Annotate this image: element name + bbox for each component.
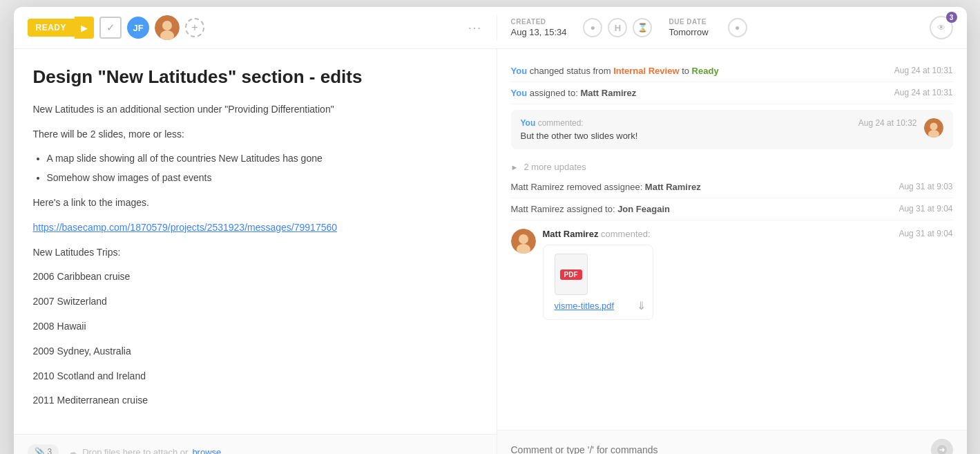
timestamp-2: Aug 24 at 10:31 [894,88,953,97]
send-icon [937,445,947,454]
more-options-button[interactable]: ⋯ [468,19,483,36]
matt-timestamp: Aug 31 at 9:04 [899,229,952,239]
svg-point-1 [162,21,172,30]
trips-label: New Latitudes Trips: [33,245,477,261]
comment-text-1: commented: [538,118,584,128]
due-date-label: DUE DATE [669,18,708,26]
add-assignee-button[interactable]: + [185,18,204,37]
action-icons: ● H ⌛ [583,18,652,37]
timestamp-4: Aug 31 at 9:04 [899,204,952,214]
pdf-badge: PDF [560,269,582,280]
created-value: Aug 13, 15:34 [511,27,567,37]
more-updates-toggle[interactable]: ► 2 more updates [511,158,953,176]
right-footer [497,430,967,454]
task-description: New Latitudes is an additional section u… [33,102,477,409]
avatar-jf: JF [127,17,149,39]
comment-avatar-1 [924,118,943,138]
left-footer: 📎 3 ☁ Drop files here to attach or brows… [14,434,497,454]
matt-commented: commented: [601,229,651,239]
cloud-upload-icon: ☁ [67,446,78,454]
activity-assign-jon: Matt Ramirez assigned to: Jon Feagain Au… [511,198,953,220]
hourglass-icon[interactable]: ⌛ [633,18,652,37]
comment-header-1: You commented: Aug 24 at 10:32 [521,118,917,128]
bullet-1: A map slide showing all of the countries… [47,151,477,167]
svg-point-7 [519,234,528,244]
activity-text-2: You assigned to: Matt Ramirez [511,88,889,98]
desc-para-3: Here's a link to the images. [33,195,477,211]
created-label: CREATED [511,18,567,26]
drop-area[interactable]: ☁ Drop files here to attach or browse [67,446,482,454]
created-meta: CREATED Aug 13, 15:34 [511,18,567,37]
comment-block-1: You commented: Aug 24 at 10:32 But the o… [511,110,953,149]
status-label: READY [28,19,75,37]
pdf-attachment[interactable]: PDF visme-titles.pdf ⇓ [543,245,653,320]
task-title: Design "New Latitudes" section - edits [33,66,477,89]
due-date-icon[interactable]: ● [728,18,747,37]
matt-comment-header: Matt Ramirez commented: Aug 31 at 9:04 [543,229,953,239]
comment-row-matt: Matt Ramirez commented: Aug 31 at 9:04 P… [511,229,953,320]
activity-text-4: Matt Ramirez assigned to: Jon Feagain [511,204,894,214]
drop-text: Drop files here to attach or [82,447,188,454]
due-date-value: Tomorrow [669,27,708,37]
status-to: Ready [692,66,719,76]
pdf-file-icon: PDF [555,254,588,295]
remove-assignee-text: Matt Ramirez removed assignee: [511,182,645,192]
trip-3: 2008 Hawaii [33,319,477,335]
actor-you-1: You [511,66,528,76]
download-button[interactable]: ⇓ [637,299,646,312]
task-content: Design "New Latitudes" section - edits N… [14,49,497,434]
complete-button[interactable]: ✓ [99,17,122,39]
desc-bullets: A map slide showing all of the countries… [47,151,477,187]
assignee-1: Matt Ramirez [580,88,636,98]
timestamp-1: Aug 24 at 10:31 [894,66,953,75]
comment-timestamp-1: Aug 24 at 10:32 [858,118,917,128]
activity-status-change: You changed status from Internal Review … [511,60,953,82]
trip-2: 2007 Switzerland [33,294,477,310]
comment-actor-1: You [521,118,536,128]
comment-content-1: You commented: Aug 24 at 10:32 But the o… [521,118,917,141]
attachment-count[interactable]: 📎 3 [28,444,59,454]
trip-5: 2010 Scotland and Ireland [33,368,477,385]
trip-4: 2009 Sydney, Australia [33,343,477,360]
status-arrow[interactable]: ▶ [75,17,94,39]
paperclip-icon: 📎 [35,447,45,454]
status-from: Internal Review [613,66,679,76]
svg-point-4 [930,123,937,131]
activity-assign: You assigned to: Matt Ramirez Aug 24 at … [511,82,953,104]
status-badge-group[interactable]: READY ▶ [28,17,95,39]
browse-link[interactable]: browse [192,447,221,454]
due-date-meta: DUE DATE Tomorrow [669,18,708,37]
task-modal: READY ▶ ✓ JF + ⋯ CREATED Aug 13, 15:34 [14,7,967,454]
comment-body-text-1: But the other two slides work! [521,131,917,141]
bullet-2: Somehow show images of past events [47,170,477,187]
comment-send-button[interactable] [931,439,953,454]
watcher-btn-wrapper: 👁 3 [930,16,953,39]
matt-avatar [511,229,536,254]
matt-comment-body: Matt Ramirez commented: Aug 31 at 9:04 P… [543,229,953,320]
trip-6: 2011 Mediterranean cruise [33,392,477,409]
activity-text-3: Matt Ramirez removed assignee: Matt Rami… [511,182,894,192]
trip-1: 2006 Caribbean cruise [33,269,477,285]
watcher-count: 3 [946,12,957,23]
comment-body-1: You commented: Aug 24 at 10:32 But the o… [511,110,953,149]
avatar-matt [155,15,180,40]
activity-text-1: You changed status from Internal Review … [511,66,889,76]
timestamp-3: Aug 31 at 9:03 [899,182,952,191]
task-link[interactable]: https://basecamp.com/1870579/projects/25… [33,220,477,236]
desc-para-2: There will be 2 slides, more or less: [33,126,477,143]
desc-para-1: New Latitudes is an additional section u… [33,102,477,118]
comment-input[interactable] [511,444,931,454]
activity-feed: You changed status from Internal Review … [497,49,967,430]
matt-name: Matt Ramirez [543,229,599,239]
basecamp-link[interactable]: https://basecamp.com/1870579/projects/25… [33,222,338,233]
person-icon[interactable]: H [608,18,627,37]
watcher-button[interactable]: 👁 3 [930,16,953,39]
removed-assignee: Matt Ramirez [645,182,701,192]
pdf-filename[interactable]: visme-titles.pdf [555,301,615,311]
more-updates-text: 2 more updates [523,162,586,172]
attachment-number: 3 [48,447,52,454]
pdf-icon-wrapper: PDF [555,254,588,295]
clock-icon[interactable]: ● [583,18,602,37]
actor-you-2: You [511,88,528,98]
assign-jon-text: Matt Ramirez assigned to: [511,204,618,214]
